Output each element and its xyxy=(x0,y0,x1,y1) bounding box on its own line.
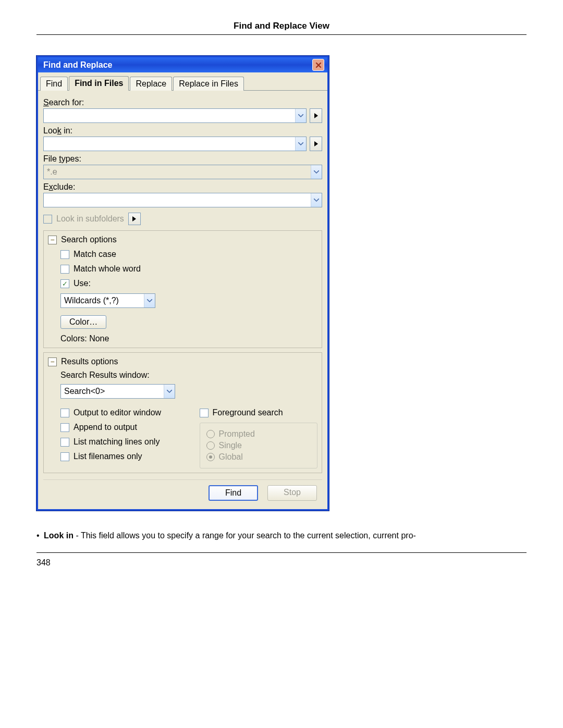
foreground-label: Foreground search xyxy=(213,408,283,417)
triangle-right-icon xyxy=(314,141,318,146)
collapse-icon: − xyxy=(48,236,57,244)
results-options-toggle[interactable]: − Results options xyxy=(48,357,317,366)
window-title: Find and Replace xyxy=(43,60,112,70)
find-replace-window: Find and Replace Find Find in Files Repl… xyxy=(36,56,329,511)
exclude-label: Exclude: xyxy=(43,182,322,192)
results-window-label: Search Results window: xyxy=(60,371,317,380)
match-case-checkbox[interactable] xyxy=(60,250,69,259)
use-label: Use: xyxy=(74,279,91,288)
color-button[interactable]: Color… xyxy=(60,315,106,329)
colors-label: Colors: None xyxy=(60,334,317,343)
radio-prompted[interactable] xyxy=(206,430,215,438)
stop-button[interactable]: Stop xyxy=(267,485,317,501)
radio-prompted-label: Prompted xyxy=(219,429,255,439)
look-subfolders-label: Look in subfolders xyxy=(56,214,124,224)
file-types-input[interactable] xyxy=(44,165,311,179)
search-for-dropdown[interactable] xyxy=(295,109,306,122)
file-types-label: File types: xyxy=(43,154,322,164)
filenames-only-label: List filenames only xyxy=(74,452,142,461)
exclude-dropdown[interactable] xyxy=(311,193,322,207)
results-window-select[interactable]: Search<0> xyxy=(60,384,175,399)
collapse-icon: − xyxy=(48,357,57,366)
chevron-down-icon xyxy=(167,390,172,393)
close-icon xyxy=(315,62,322,68)
tabstrip: Find Find in Files Replace Replace in Fi… xyxy=(38,72,327,91)
tab-find[interactable]: Find xyxy=(40,77,68,91)
radio-single[interactable] xyxy=(206,441,215,450)
triangle-right-icon xyxy=(314,113,318,118)
matching-lines-label: List matching lines only xyxy=(74,437,160,447)
chevron-down-icon xyxy=(298,142,303,145)
append-label: Append to output xyxy=(74,423,137,432)
chevron-down-icon xyxy=(314,170,319,174)
match-case-label: Match case xyxy=(74,250,116,259)
filenames-only-checkbox[interactable] xyxy=(60,452,69,461)
close-button[interactable] xyxy=(312,59,324,71)
triangle-right-icon xyxy=(132,216,136,221)
doc-note: • Look in - This field allows you to spe… xyxy=(36,529,527,542)
search-for-label: Search for: xyxy=(43,98,322,107)
file-types-dropdown[interactable] xyxy=(311,165,322,179)
look-in-options-button[interactable] xyxy=(310,137,322,151)
search-scope-radios: Prompted Single Global xyxy=(200,423,318,468)
page-header: Find and Replace View xyxy=(36,21,527,35)
look-subfolders-options-button[interactable] xyxy=(128,213,141,225)
radio-global[interactable] xyxy=(206,453,215,461)
note-bold: Look in xyxy=(44,531,74,540)
chevron-down-icon xyxy=(314,199,319,202)
find-button[interactable]: Find xyxy=(209,485,258,501)
foreground-checkbox[interactable] xyxy=(200,409,209,417)
append-checkbox[interactable] xyxy=(60,423,69,432)
file-types-combo[interactable] xyxy=(43,165,322,179)
use-select-dropdown[interactable] xyxy=(144,294,155,307)
tab-find-in-files[interactable]: Find in Files xyxy=(69,76,129,91)
results-options-title: Results options xyxy=(61,357,118,366)
exclude-combo[interactable] xyxy=(43,193,322,207)
search-for-input[interactable] xyxy=(44,109,295,122)
chevron-down-icon xyxy=(298,114,303,117)
search-options-section: − Search options Match case Match whole … xyxy=(43,230,322,348)
search-options-toggle[interactable]: − Search options xyxy=(48,235,317,244)
results-options-section: − Results options Search Results window:… xyxy=(43,352,322,473)
radio-single-label: Single xyxy=(219,441,242,450)
look-subfolders-checkbox[interactable] xyxy=(43,215,52,224)
use-checkbox[interactable] xyxy=(60,279,69,288)
tab-replace[interactable]: Replace xyxy=(130,77,172,91)
look-in-input[interactable] xyxy=(44,137,295,151)
output-editor-label: Output to editor window xyxy=(74,408,161,417)
use-select-value: Wildcards (*,?) xyxy=(61,294,144,307)
search-for-options-button[interactable] xyxy=(310,108,322,123)
look-in-combo[interactable] xyxy=(43,137,307,151)
match-whole-checkbox[interactable] xyxy=(60,265,69,274)
output-editor-checkbox[interactable] xyxy=(60,409,69,417)
page-number: 348 xyxy=(36,552,527,567)
use-select[interactable]: Wildcards (*,?) xyxy=(60,293,155,308)
tab-replace-in-files[interactable]: Replace in Files xyxy=(173,77,244,91)
matching-lines-checkbox[interactable] xyxy=(60,438,69,447)
look-in-dropdown[interactable] xyxy=(295,137,306,151)
look-in-label: Look in: xyxy=(43,126,322,135)
search-for-combo[interactable] xyxy=(43,108,307,123)
results-window-value: Search<0> xyxy=(61,385,164,398)
results-window-dropdown[interactable] xyxy=(164,385,175,398)
dialog-footer: Find Stop xyxy=(43,479,322,504)
titlebar: Find and Replace xyxy=(38,57,327,72)
search-options-title: Search options xyxy=(61,235,117,244)
chevron-down-icon xyxy=(147,299,152,302)
radio-global-label: Global xyxy=(219,452,243,462)
note-text: - This field allows you to specify a ran… xyxy=(74,531,416,540)
exclude-input[interactable] xyxy=(44,193,311,207)
match-whole-label: Match whole word xyxy=(74,264,141,274)
